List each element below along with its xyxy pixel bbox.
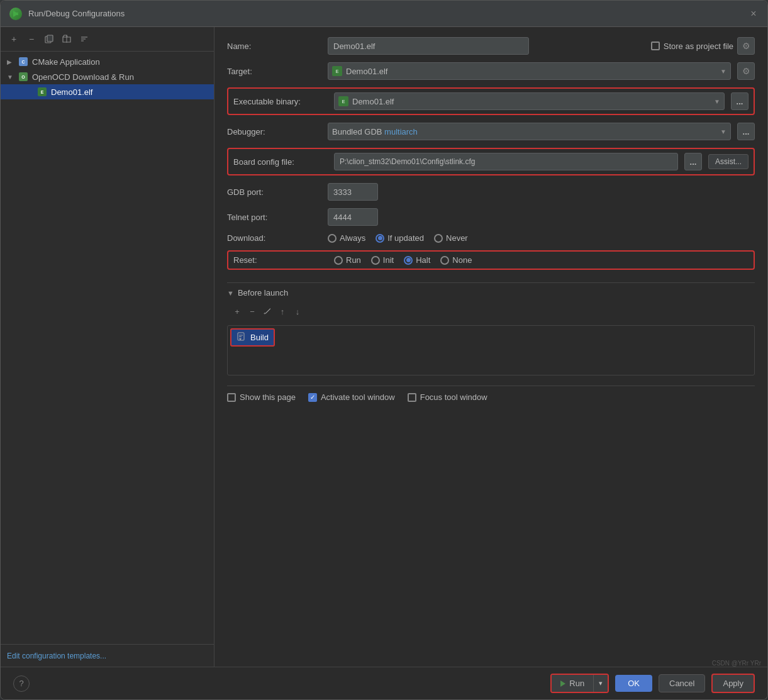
ok-button[interactable]: OK — [615, 675, 652, 692]
executable-highlighted: Executable binary: E Demo01.elf ▼ ... — [227, 87, 755, 115]
svg-rect-4 — [47, 35, 53, 42]
reset-init-radio[interactable] — [371, 256, 380, 265]
debugger-browse-button[interactable]: ... — [737, 123, 755, 140]
bl-down-button[interactable]: ↓ — [291, 305, 304, 318]
download-always-label: Always — [340, 233, 365, 243]
reset-halt-radio[interactable] — [404, 256, 413, 265]
sidebar-item-demo-elf[interactable]: E Demo01.elf — [1, 84, 214, 99]
sidebar-item-cmake[interactable]: ▶ C CMake Application — [1, 54, 214, 69]
add-config-button[interactable]: + — [7, 32, 21, 46]
telnet-port-row: Telnet port: — [227, 208, 755, 226]
close-button[interactable]: × — [749, 9, 759, 19]
sidebar-footer: Edit configuration templates... — [1, 644, 214, 667]
reset-run[interactable]: Run — [334, 255, 361, 265]
edit-templates-link[interactable]: Edit configuration templates... — [7, 652, 106, 660]
download-radio-group: Always If updated Never — [328, 233, 755, 243]
store-project-gear[interactable]: ⚙ — [737, 37, 755, 55]
bl-up-button[interactable]: ↑ — [276, 305, 289, 318]
board-config-row: Board config file: ... Assist... — [233, 153, 749, 170]
debugger-label: Debugger: — [227, 127, 321, 136]
gdb-port-input[interactable] — [328, 183, 378, 201]
focus-tool-checkbox-item[interactable]: Focus tool window — [408, 392, 487, 402]
focus-tool-label: Focus tool window — [420, 392, 487, 402]
download-ifupdated-radio[interactable] — [376, 234, 384, 243]
remove-config-button[interactable]: − — [25, 32, 38, 46]
name-label: Name: — [227, 42, 321, 51]
main-content: + − — [1, 27, 767, 667]
before-launch-arrow[interactable]: ▼ — [227, 289, 234, 297]
board-config-input[interactable] — [334, 153, 678, 170]
board-config-browse-button[interactable]: ... — [684, 153, 702, 170]
target-gear[interactable]: ⚙ — [737, 62, 755, 80]
run-dropdown-button[interactable]: ▾ — [594, 675, 608, 692]
reset-run-label: Run — [346, 255, 361, 265]
dialog-title: Run/Debug Configurations — [28, 9, 742, 18]
bl-add-button[interactable]: + — [231, 305, 243, 318]
store-project-checkbox[interactable] — [651, 42, 660, 50]
reset-halt[interactable]: Halt — [404, 255, 430, 265]
build-item-label: Build — [250, 333, 269, 342]
target-dropdown-icon: E — [332, 66, 342, 76]
svg-rect-1 — [13, 13, 18, 14]
board-assist-button[interactable]: Assist... — [708, 154, 749, 169]
reset-highlighted: Reset: Run Init Halt — [227, 250, 755, 270]
reset-run-radio[interactable] — [334, 256, 343, 265]
target-dropdown[interactable]: E Demo01.elf ▼ — [328, 62, 731, 80]
debugger-row: Debugger: Bundled GDB multiarch ▼ ... — [227, 123, 755, 140]
dialog-footer: ? Run ▾ OK Cancel Apply — [1, 667, 767, 699]
bl-edit-button[interactable] — [261, 305, 274, 318]
board-config-label: Board config file: — [233, 157, 328, 167]
store-project-label: Store as project file — [664, 42, 733, 51]
debugger-text: Bundled GDB multiarch — [332, 127, 720, 136]
download-row: Download: Always If updated Never — [227, 233, 755, 243]
reset-none-radio[interactable] — [440, 256, 449, 265]
reset-init-label: Init — [383, 255, 394, 265]
gdb-port-label: GDB port: — [227, 187, 321, 197]
reset-none[interactable]: None — [440, 255, 472, 265]
sidebar-item-openocd[interactable]: ▼ O OpenOCD Download & Run — [1, 69, 214, 84]
reset-label: Reset: — [233, 255, 328, 265]
openocd-arrow: ▼ — [7, 74, 14, 81]
download-ifupdated-label: If updated — [387, 233, 424, 243]
exec-dropdown-icon: E — [338, 96, 348, 106]
footer-right: Run ▾ OK Cancel Apply — [550, 674, 755, 693]
download-if-updated[interactable]: If updated — [376, 233, 424, 243]
sort-config-button[interactable] — [77, 32, 91, 46]
exec-dropdown-text: Demo01.elf — [352, 97, 714, 106]
titlebar: Run/Debug Configurations × — [1, 1, 767, 27]
show-page-checkbox[interactable] — [227, 393, 236, 402]
reset-row: Reset: Run Init Halt — [233, 255, 749, 265]
download-always-radio[interactable] — [328, 234, 337, 243]
build-icon — [237, 332, 245, 343]
reset-init[interactable]: Init — [371, 255, 394, 265]
executable-browse-button[interactable]: ... — [731, 92, 749, 110]
debugger-dropdown[interactable]: Bundled GDB multiarch ▼ — [328, 123, 731, 140]
activate-tool-checkbox-item[interactable]: Activate tool window — [308, 392, 395, 402]
folder-config-button[interactable] — [60, 32, 74, 46]
run-button[interactable]: Run — [552, 675, 594, 692]
name-input[interactable] — [328, 37, 529, 55]
before-launch-items: Build — [227, 325, 755, 375]
telnet-port-input[interactable] — [328, 208, 378, 226]
apply-button[interactable]: Apply — [711, 674, 755, 693]
download-label: Download: — [227, 233, 321, 243]
bl-remove-button[interactable]: − — [246, 305, 259, 318]
help-button[interactable]: ? — [13, 675, 30, 692]
show-page-label: Show this page — [240, 392, 296, 402]
copy-config-button[interactable] — [42, 32, 56, 46]
reset-none-label: None — [452, 255, 472, 265]
activate-tool-checkbox[interactable] — [308, 393, 317, 402]
download-always[interactable]: Always — [328, 233, 365, 243]
executable-dropdown[interactable]: E Demo01.elf ▼ — [334, 92, 725, 110]
reset-radio-group: Run Init Halt None — [334, 255, 749, 265]
run-play-icon — [560, 681, 565, 687]
config-tree: ▶ C CMake Application ▼ O OpenOCD Downlo… — [1, 52, 214, 644]
cancel-button[interactable]: Cancel — [659, 674, 705, 692]
download-never[interactable]: Never — [434, 233, 468, 243]
build-item[interactable]: Build — [230, 328, 275, 347]
download-never-radio[interactable] — [434, 234, 443, 243]
show-page-checkbox-item[interactable]: Show this page — [227, 392, 296, 402]
run-label: Run — [569, 679, 584, 688]
executable-label: Executable binary: — [233, 97, 328, 106]
focus-tool-checkbox[interactable] — [408, 393, 416, 402]
